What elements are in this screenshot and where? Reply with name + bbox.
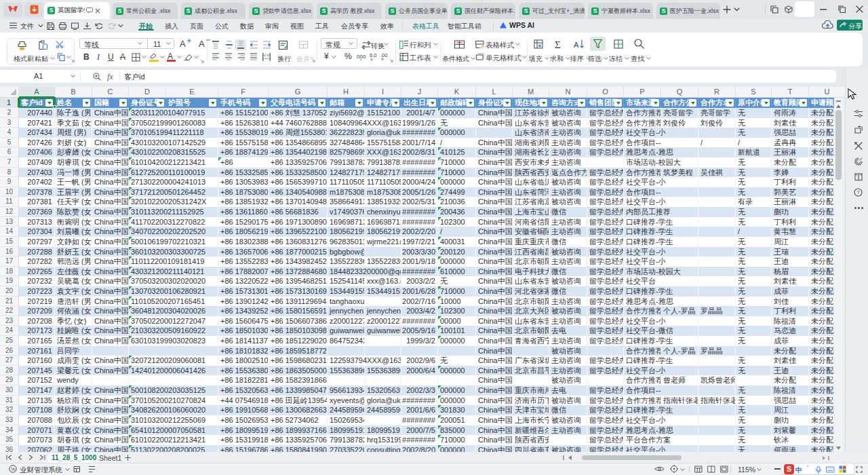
svg-text:%: %: [11, 467, 15, 472]
svg-text:Σ: Σ: [555, 39, 561, 50]
svg-text:6.0: 6.0: [370, 52, 376, 58]
svg-text:000: 000: [357, 54, 366, 60]
svg-text:?: ?: [856, 189, 860, 195]
svg-text:.00: .00: [380, 52, 387, 58]
svg-text:A: A: [574, 41, 579, 49]
